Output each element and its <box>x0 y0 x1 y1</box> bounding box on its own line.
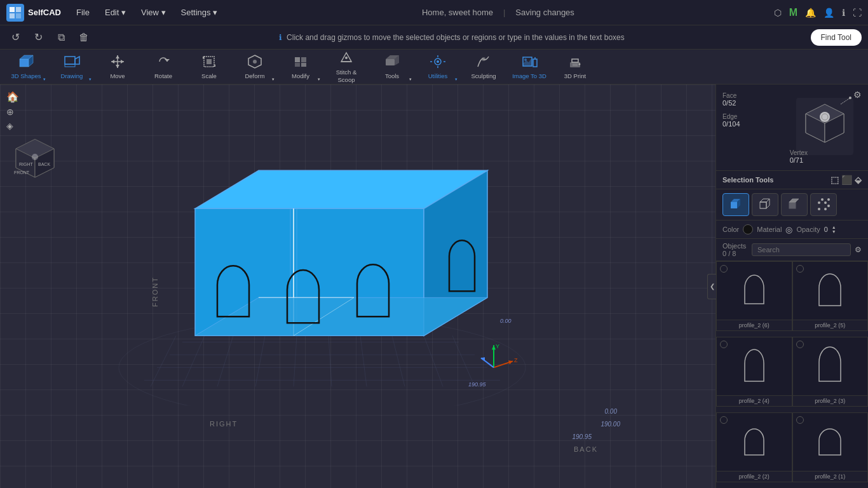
svg-text:Z: Z <box>514 357 518 363</box>
toolbar-btn-utilities[interactable]: Utilities ▾ <box>416 50 460 83</box>
tools-arrow: ▾ <box>409 77 412 82</box>
vertex-value: 0/71 <box>790 156 808 164</box>
svg-rect-109 <box>735 348 773 386</box>
select-faces-button[interactable] <box>781 193 808 216</box>
app-logo[interactable]: SelfCAD <box>6 4 61 22</box>
user-icon[interactable]: 👤 <box>824 8 834 18</box>
toolbar: 3D Shapes ▾ Drawing ▾ Move <box>0 50 868 85</box>
color-picker[interactable] <box>743 224 753 234</box>
redo-button[interactable]: ↻ <box>29 29 47 46</box>
menu-edit[interactable]: Edit ▾ <box>100 5 131 20</box>
toolbar-btn-scale[interactable]: Scale <box>187 50 231 83</box>
toolbar-btn-rotate[interactable]: Rotate <box>141 50 186 83</box>
delete-button[interactable]: 🗑 <box>75 29 93 46</box>
3d-shapes-arrow: ▾ <box>43 77 46 82</box>
svg-rect-2 <box>10 13 15 18</box>
object-item-profile-2-2[interactable]: profile_2 (2) <box>716 412 792 482</box>
project-title: Home, sweet home <box>422 8 493 17</box>
fullscreen-icon[interactable]: ⛶ <box>853 8 862 18</box>
svg-point-104 <box>827 198 830 201</box>
dim-y-label: 0.00 <box>500 318 512 324</box>
zoom-fit-button[interactable]: ◈ <box>6 121 64 131</box>
object-radio-2[interactable] <box>720 416 728 424</box>
selection-box-icon[interactable]: ⬛ <box>841 175 852 185</box>
edge-stat: Edge 0/104 <box>722 113 740 128</box>
select-points-button[interactable] <box>810 193 837 216</box>
toolbar-btn-3d-shapes[interactable]: 3D Shapes ▾ <box>4 50 48 83</box>
rotate-icon <box>154 54 172 71</box>
svg-line-64 <box>452 336 475 386</box>
select-wireframe-button[interactable] <box>752 193 778 216</box>
selection-lasso-icon[interactable]: ⬙ <box>855 175 862 185</box>
object-item-profile-2-6[interactable]: profile_2 (6) <box>716 261 792 331</box>
image-to-3d-icon <box>520 54 538 71</box>
select-solid-button[interactable] <box>722 193 749 216</box>
saving-status: Saving changes <box>515 8 574 17</box>
svg-line-60 <box>329 336 332 386</box>
object-thumbnail-4 <box>717 337 792 395</box>
object-label-5: profile_2 (5) <box>793 320 868 330</box>
m-icon[interactable]: M <box>789 7 797 18</box>
objects-header: Objects 0 / 8 ⚙ <box>716 239 868 261</box>
undo-button[interactable]: ↺ <box>6 29 24 46</box>
drawing-label: Drawing <box>61 72 83 79</box>
center-view-button[interactable]: ⊕ <box>6 107 64 117</box>
face-value: 0/52 <box>722 99 740 107</box>
dim-label-1: 190.95 <box>572 433 592 440</box>
toolbar-btn-move[interactable]: Move <box>95 50 140 83</box>
svg-point-42 <box>579 63 581 65</box>
toolbar-btn-image-to-3d[interactable]: Image To 3D <box>507 50 552 83</box>
svg-line-59 <box>294 336 297 386</box>
toolbar-btn-modify[interactable]: Modify ▾ <box>278 50 323 83</box>
modify-label: Modify <box>292 72 309 79</box>
object-radio-1[interactable] <box>796 416 804 424</box>
3d-print-label: 3D Print <box>564 72 586 79</box>
selection-cursor-icon[interactable]: ⬚ <box>831 175 839 185</box>
object-radio-5[interactable] <box>796 265 804 273</box>
svg-point-32 <box>437 60 439 63</box>
objects-search-input[interactable] <box>752 243 851 256</box>
opacity-stepper[interactable]: ▲ ▼ <box>832 225 836 234</box>
panel-collapse-button[interactable]: ❮ <box>707 274 716 299</box>
menu-file[interactable]: File <box>71 5 95 20</box>
panel-gear-button[interactable]: ⚙ <box>853 90 862 100</box>
bell-icon[interactable]: 🔔 <box>805 8 816 18</box>
object-thumbnail-1 <box>793 413 868 471</box>
info-icon[interactable]: ℹ <box>842 8 845 18</box>
3d-object: 190.95 0.00 Y Z <box>106 139 538 407</box>
object-item-profile-2-5[interactable]: profile_2 (5) <box>792 261 869 331</box>
material-label: Material <box>757 226 782 233</box>
opacity-value: 0 <box>824 226 828 233</box>
share-icon[interactable]: ⬡ <box>774 8 782 18</box>
toolbar-btn-stitch-scoop[interactable]: Stitch & Scoop <box>324 50 369 83</box>
stitch-scoop-label: Stitch & Scoop <box>327 69 366 83</box>
menu-view[interactable]: View ▾ <box>136 5 171 20</box>
toolbar-btn-sculpting[interactable]: Sculpting <box>461 50 506 83</box>
toolbar-btn-3d-print[interactable]: 3D Print <box>553 50 597 83</box>
toolbar-btn-deform[interactable]: Deform ▾ <box>233 50 277 83</box>
find-tool-button[interactable]: Find Tool <box>811 29 862 46</box>
viewport[interactable]: 🏠 ⊕ ◈ RIGHT BACK FRONT <box>0 85 715 488</box>
objects-gear-button[interactable]: ⚙ <box>855 245 862 254</box>
menu-settings[interactable]: Settings ▾ <box>176 5 223 20</box>
material-icon[interactable]: ◎ <box>785 225 792 234</box>
objects-count: Objects 0 / 8 <box>722 242 748 257</box>
object-radio-4[interactable] <box>720 341 728 348</box>
svg-marker-37 <box>533 59 537 67</box>
toolbar-btn-drawing[interactable]: Drawing ▾ <box>50 50 94 83</box>
object-radio-3[interactable] <box>796 341 804 348</box>
svg-rect-110 <box>811 348 849 386</box>
navcube[interactable]: RIGHT BACK FRONT <box>6 136 64 193</box>
copy-button[interactable]: ⧉ <box>52 29 70 46</box>
toolbar-btn-tools[interactable]: Tools ▾ <box>370 50 414 83</box>
home-view-button[interactable]: 🏠 <box>6 91 64 103</box>
svg-rect-108 <box>811 272 849 310</box>
title-separator: | <box>503 8 505 17</box>
object-item-profile-2-1[interactable]: profile_2 (1) <box>792 412 869 482</box>
viewport-label-back: BACK <box>574 445 598 453</box>
object-item-profile-2-4[interactable]: profile_2 (4) <box>716 337 792 407</box>
svg-rect-17 <box>207 59 212 64</box>
svg-rect-4 <box>20 59 29 67</box>
object-radio-6[interactable] <box>720 265 728 273</box>
object-item-profile-2-3[interactable]: profile_2 (3) <box>792 337 869 407</box>
